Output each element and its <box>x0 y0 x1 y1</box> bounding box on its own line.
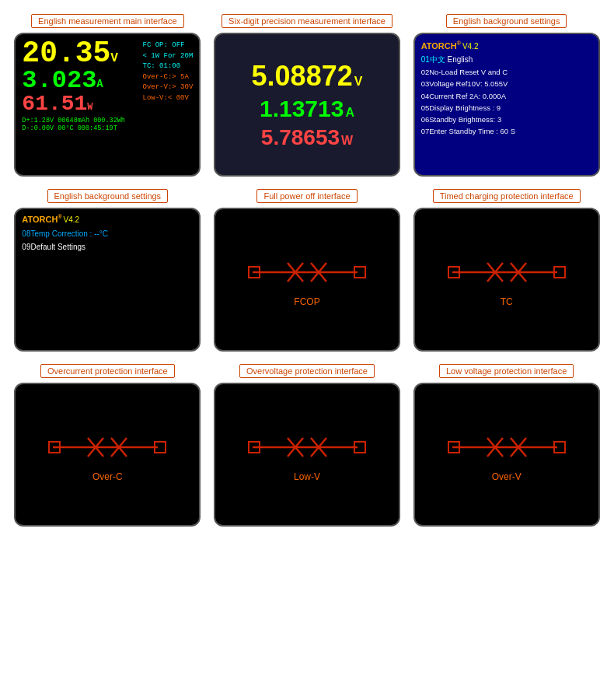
cell-six-digit: Six-digit precision measurement interfac… <box>208 8 407 183</box>
over-v-label: Over-V <box>492 471 522 482</box>
fcop-status: FC OP: OFF <box>143 40 194 51</box>
main-grid: English measurement main interface 20.35… <box>0 0 614 541</box>
screen-low-voltage: Over-V <box>413 383 600 527</box>
over-c-label: Over-C <box>92 471 123 482</box>
power-display: 61.51W <box>22 93 139 115</box>
cell-overvoltage: Overvoltage protection interface Low-V <box>208 358 407 533</box>
label-full-power-off: Full power off interface <box>256 189 357 203</box>
d-pos-line: D+:1.28V 00648mAh 000.32Wh <box>22 117 193 124</box>
label-timed-charging: Timed charging protection interface <box>433 189 581 203</box>
s3-line06: 06Standby Brightness: 3 <box>421 114 592 125</box>
s4-line09: 09Default Settings <box>22 240 193 254</box>
s3-line07: 07Enter Standby Time : 60 S <box>421 125 592 137</box>
label-bg-settings-2: English background settings <box>47 189 169 203</box>
screen-bg-settings-1: ATORCH® V4.2 01中文 English 02No-Load Rese… <box>413 33 600 177</box>
atorch-title-1: ATORCH® <box>421 39 461 53</box>
label-main-measurement: English measurement main interface <box>31 14 184 28</box>
low-v-circuit-diagram <box>245 428 369 467</box>
s2-voltage: 5.08872V <box>252 60 363 93</box>
low-v-label: Low-V <box>294 471 320 482</box>
current-display: 3.023A <box>22 68 139 93</box>
fcop-label: FCOP <box>294 296 319 307</box>
label-overvoltage: Overvoltage protection interface <box>239 364 375 378</box>
over-v-circuit-diagram <box>445 428 569 467</box>
fcop-circuit-diagram <box>245 253 369 292</box>
s3-line03: 03Voltage Ref10V: 5.055V <box>421 78 592 89</box>
s2-current: 1.13713A <box>260 96 354 122</box>
screen-timed-charging: TC <box>413 208 600 352</box>
label-overcurrent: Overcurrent protection interface <box>40 364 175 378</box>
over-v-status: Over-V:> 30V <box>143 82 194 93</box>
version-1: V4.2 <box>462 40 479 53</box>
tc-status: TC: 01:00 <box>143 61 194 72</box>
screen-bg-settings-2: ATORCH® V4.2 08Temp Correction : --°C 09… <box>14 208 201 352</box>
cell-timed-charging: Timed charging protection interface TC <box>406 183 606 358</box>
s3-line05: 05Display Brightness : 9 <box>421 102 592 114</box>
over-c-status: Over-C:> 5A <box>143 72 194 83</box>
cell-bg-settings-1: English background settings ATORCH® V4.2… <box>406 8 606 183</box>
cell-overcurrent: Overcurrent protection interface Over-C <box>8 358 208 533</box>
voltage-display: 20.35V <box>22 39 139 68</box>
screen-full-power-off: FCOP <box>214 208 400 352</box>
screen-six-digit: 5.08872V 1.13713A 5.78653W <box>214 33 400 177</box>
screen-overvoltage: Low-V <box>214 383 400 527</box>
label-six-digit: Six-digit precision measurement interfac… <box>222 14 392 28</box>
s3-line02: 02No-Load Reset V and C <box>421 66 592 78</box>
label-bg-settings-1: English background settings <box>446 14 567 28</box>
label-low-voltage: Low voltage protection interface <box>439 364 574 378</box>
low-v-status: Low-V:< 00V <box>143 93 194 104</box>
s4-line08: 08Temp Correction : --°C <box>22 227 193 240</box>
s2-power: 5.78653W <box>261 125 353 150</box>
cell-main-measurement: English measurement main interface 20.35… <box>8 8 208 183</box>
d-neg-line: D-:0.00V 00°C 000:45:19T <box>22 124 193 132</box>
lang-en: English <box>448 55 473 64</box>
tc-circuit-diagram <box>445 253 569 292</box>
lang-cn: 01中文 <box>421 55 448 64</box>
tc-label: TC <box>501 296 513 307</box>
cell-full-power-off: Full power off interface FCOP <box>208 183 407 358</box>
screen-overcurrent: Over-C <box>14 383 201 527</box>
cell-bg-settings-2: English background settings ATORCH® V4.2… <box>8 183 208 358</box>
cell-low-voltage: Low voltage protection interface Over-V <box>406 358 606 533</box>
version-2: V4.2 <box>64 215 80 224</box>
atorch-title-2: ATORCH® <box>22 214 61 224</box>
under1w-status: < 1W For 20M <box>143 51 194 62</box>
screen-main-measurement: 20.35V 3.023A 61.51W FC OP: OFF < 1W For… <box>14 33 201 177</box>
over-c-circuit-diagram <box>45 428 169 467</box>
s3-line04: 04Current Ref 2A: 0.000A <box>421 90 592 102</box>
